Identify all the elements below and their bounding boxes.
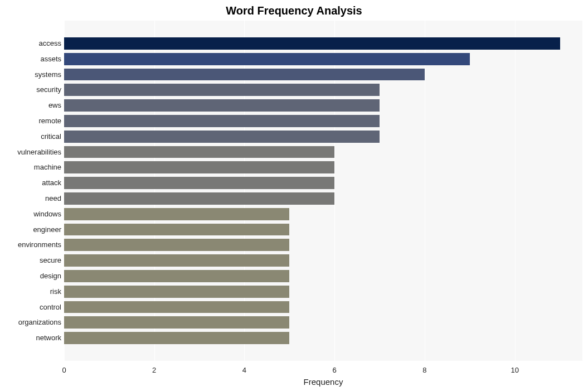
bar-row <box>64 37 560 50</box>
x-tick-label: 10 <box>511 366 518 374</box>
bar-row <box>64 53 470 65</box>
bar <box>64 99 380 112</box>
x-tick-label: 0 <box>62 366 66 374</box>
bar <box>64 286 289 298</box>
bar-row <box>64 208 289 220</box>
bar <box>64 332 289 344</box>
chart-title: Word Frequency Analysis <box>0 4 588 17</box>
bar-row <box>64 224 289 236</box>
bar <box>64 115 380 127</box>
bar <box>64 131 380 143</box>
y-tick-label: vulnerabilities <box>0 146 61 158</box>
y-tick-label: remote <box>0 115 61 127</box>
bar-row <box>64 239 289 251</box>
bar-row <box>64 99 380 112</box>
bar <box>64 177 334 189</box>
bar <box>64 161 334 173</box>
y-tick-label: engineer <box>0 224 61 236</box>
bar-row <box>64 301 289 313</box>
bar <box>64 192 334 205</box>
y-tick-label: assets <box>0 53 61 65</box>
y-tick-label: access <box>0 37 61 50</box>
y-tick-label: security <box>0 84 61 96</box>
y-tick-label: systems <box>0 69 61 81</box>
bar-row <box>64 270 289 282</box>
x-tick-label: 6 <box>333 366 337 374</box>
bar <box>64 84 380 96</box>
bar-row <box>64 332 289 344</box>
y-tick-label: secure <box>0 254 61 267</box>
bar-row <box>64 84 380 96</box>
bar-row <box>64 192 334 205</box>
bar-row <box>64 146 334 158</box>
y-tick-label: network <box>0 332 61 344</box>
bar <box>64 301 289 313</box>
bar-row <box>64 69 425 81</box>
bar <box>64 146 334 158</box>
x-axis-label: Frequency <box>64 377 582 387</box>
bar <box>64 316 289 329</box>
bar-row <box>64 286 289 298</box>
y-tick-label: need <box>0 192 61 205</box>
y-tick-label: machine <box>0 161 61 173</box>
y-tick-label: control <box>0 301 61 313</box>
x-tick-label: 8 <box>422 366 426 374</box>
bars-group <box>64 21 582 361</box>
y-tick-label: environments <box>0 239 61 251</box>
bar <box>64 239 289 251</box>
y-tick-label: critical <box>0 131 61 143</box>
bar-row <box>64 161 334 173</box>
bar-row <box>64 316 289 329</box>
y-tick-label: attack <box>0 177 61 189</box>
y-tick-label: windows <box>0 208 61 220</box>
bar-row <box>64 131 380 143</box>
bar <box>64 208 289 220</box>
bar-row <box>64 177 334 189</box>
bar <box>64 224 289 236</box>
x-tick-label: 2 <box>152 366 156 374</box>
bar <box>64 69 425 81</box>
chart-container: Word Frequency Analysis accessassetssyst… <box>0 0 588 391</box>
x-tick-label: 4 <box>242 366 246 374</box>
plot-area <box>64 21 582 361</box>
bar-row <box>64 254 289 267</box>
y-tick-label: organizations <box>0 316 61 329</box>
bar <box>64 254 289 267</box>
y-tick-label: design <box>0 270 61 282</box>
bar-row <box>64 115 380 127</box>
y-tick-label: risk <box>0 286 61 298</box>
bar <box>64 53 470 65</box>
bar <box>64 37 560 50</box>
bar <box>64 270 289 282</box>
y-tick-label: ews <box>0 99 61 112</box>
